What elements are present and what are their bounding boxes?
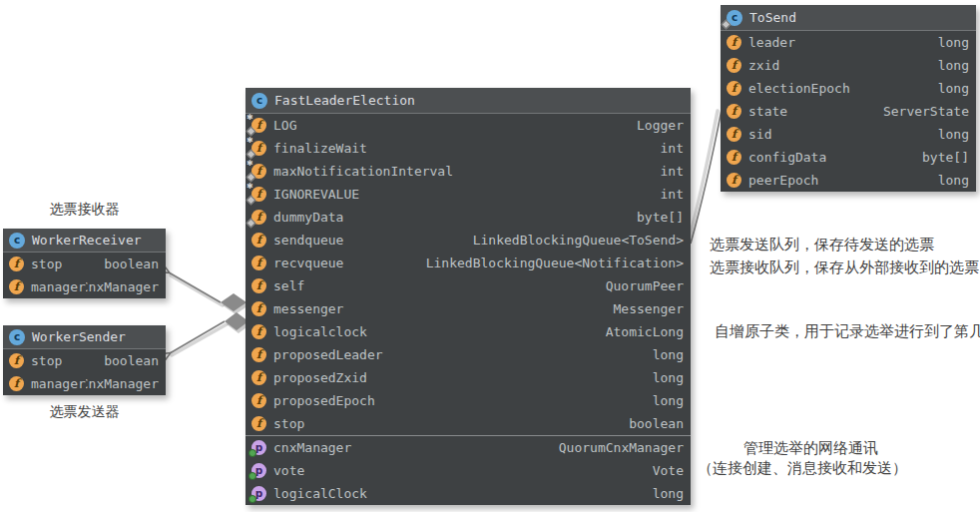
cnxmanager-note-line1: 管理选举的网络通讯 [743, 439, 878, 458]
class-header[interactable]: cFastLeaderElection [245, 88, 691, 114]
class-header[interactable]: cWorkerReceiver [3, 229, 166, 253]
member-name: state [748, 104, 787, 119]
member-type: LinkedBlockingQueue<Notification> [422, 256, 684, 270]
member-name: sid [748, 127, 771, 142]
member-type: Vote [649, 463, 684, 478]
field-row[interactable]: fproposedEpochlong [245, 389, 691, 412]
field-icon: f✱ [251, 187, 266, 202]
field-icon: f [251, 256, 266, 270]
field-row[interactable]: fdummyDatabyte[] [245, 206, 691, 229]
class-icon: c [727, 10, 742, 26]
member-name: stop [273, 416, 304, 431]
member-type: boolean [62, 256, 159, 271]
class-header[interactable]: cWorkerSender [3, 325, 166, 349]
field-row[interactable]: fproposedLeaderlong [245, 343, 691, 366]
member-name: manager [31, 376, 86, 391]
field-row[interactable]: f✱LOGLogger [245, 114, 691, 137]
member-type: ServerState [879, 104, 969, 119]
field-icon: f [251, 347, 266, 362]
member-name: sendqueue [273, 233, 343, 248]
static-mark-icon: ✱ [246, 114, 253, 122]
field-icon: f [251, 278, 266, 293]
member-name: self [273, 278, 304, 293]
field-row[interactable]: flogicalclockAtomicLong [245, 320, 691, 343]
field-icon: f✱ [251, 118, 266, 133]
getter-mark-icon [248, 495, 256, 503]
member-name: proposedLeader [273, 347, 383, 362]
cnxmanager-note-line2: （连接创建、消息接收和发送） [698, 459, 907, 478]
member-type: long [934, 173, 969, 188]
property-icon: p [251, 440, 266, 455]
field-row[interactable]: f✱maxNotificationIntervalint [245, 160, 691, 183]
field-row[interactable]: felectionEpochlong [721, 77, 976, 100]
field-row[interactable]: fstopboolean [245, 412, 691, 435]
field-icon: f [727, 35, 741, 50]
member-name: leader [748, 35, 795, 50]
final-mark-icon [246, 173, 256, 183]
field-row[interactable]: fstopboolean [3, 253, 166, 275]
member-name: IGNOREVALUE [273, 187, 359, 202]
field-row[interactable]: f✱IGNOREVALUEint [245, 183, 691, 206]
sendqueue-note: 选票发送队列，保存待发送的选票 [710, 236, 934, 255]
field-row[interactable]: fzxidlong [721, 54, 976, 77]
field-icon: f✱ [251, 141, 266, 156]
field-row[interactable]: fsidlong [721, 123, 976, 146]
property-row[interactable]: pvoteVote [245, 459, 691, 482]
class-node-tosend[interactable]: cToSendfleaderlongfzxidlongfelectionEpoc… [721, 5, 976, 192]
field-icon: f [9, 376, 24, 391]
member-type: int [657, 164, 684, 179]
field-row[interactable]: fproposedZxidlong [245, 366, 691, 389]
member-name: electionEpoch [748, 81, 850, 96]
member-type: long [649, 393, 684, 408]
member-type: long [649, 370, 684, 385]
field-icon: f [727, 127, 741, 142]
field-row[interactable]: fleaderlong [721, 31, 976, 54]
member-name: dummyData [273, 210, 343, 225]
association-sendqueue-tosend[interactable] [691, 110, 722, 244]
field-row[interactable]: f✱finalizeWaitint [245, 137, 691, 160]
member-name: stop [31, 256, 62, 271]
member-type: Logger [633, 118, 684, 133]
field-row[interactable]: fsendqueueLinkedBlockingQueue<ToSend> [245, 229, 691, 252]
aggregation-workerreceiver[interactable] [170, 273, 246, 312]
field-row[interactable]: fstateServerState [721, 100, 976, 123]
member-name: configData [748, 150, 826, 165]
field-row[interactable]: frecvqueueLinkedBlockingQueue<Notificati… [245, 252, 691, 274]
property-icon: p [251, 463, 266, 478]
member-type: long [934, 35, 969, 50]
field-row[interactable]: fconfigDatabyte[] [721, 146, 976, 169]
member-type: QuorumCnxManager [86, 279, 159, 294]
property-icon: p [251, 486, 266, 501]
final-mark-icon [246, 196, 256, 206]
field-row[interactable]: fselfQuorumPeer [245, 274, 691, 297]
class-header[interactable]: cToSend [721, 5, 976, 31]
member-name: messenger [273, 301, 343, 316]
member-name: recvqueue [273, 256, 343, 270]
member-type: QuorumCnxManager [555, 440, 684, 455]
member-name: maxNotificationInterval [273, 164, 453, 179]
field-icon: f [251, 210, 266, 225]
field-row[interactable]: fstopboolean [3, 349, 166, 372]
property-row[interactable]: pcnxManagerQuorumCnxManager [245, 436, 691, 459]
class-node-workersender[interactable]: cWorkerSenderfstopbooleanfmanagerQuorumC… [3, 325, 166, 395]
class-node-workerreceiver[interactable]: cWorkerReceiverfstopbooleanfmanagerQuoru… [3, 229, 166, 298]
field-row[interactable]: fpeerEpochlong [721, 169, 976, 192]
field-icon: f [727, 58, 741, 73]
static-mark-icon: ✱ [246, 160, 253, 168]
field-icon: f [251, 370, 266, 385]
field-row[interactable]: fmanagerQuorumCnxManager [3, 275, 166, 298]
field-row[interactable]: fmanagerQuorumCnxManager [3, 372, 166, 395]
member-type: byte[] [918, 150, 969, 165]
uml-diagram-canvas: cFastLeaderElectionf✱LOGLoggerf✱finalize… [0, 0, 980, 512]
member-name: stop [31, 353, 62, 368]
field-row[interactable]: fmessengerMessenger [245, 297, 691, 320]
worker-receiver-caption: 选票接收器 [3, 200, 166, 219]
member-name: cnxManager [273, 440, 351, 455]
member-type: long [649, 486, 684, 501]
property-row[interactable]: plogicalClocklong [245, 482, 691, 505]
field-icon: f [727, 173, 741, 188]
class-node-fastleaderelection[interactable]: cFastLeaderElectionf✱LOGLoggerf✱finalize… [245, 88, 691, 505]
final-mark-icon [722, 19, 732, 29]
member-name: proposedZxid [273, 370, 367, 385]
class-title: WorkerSender [32, 329, 126, 344]
